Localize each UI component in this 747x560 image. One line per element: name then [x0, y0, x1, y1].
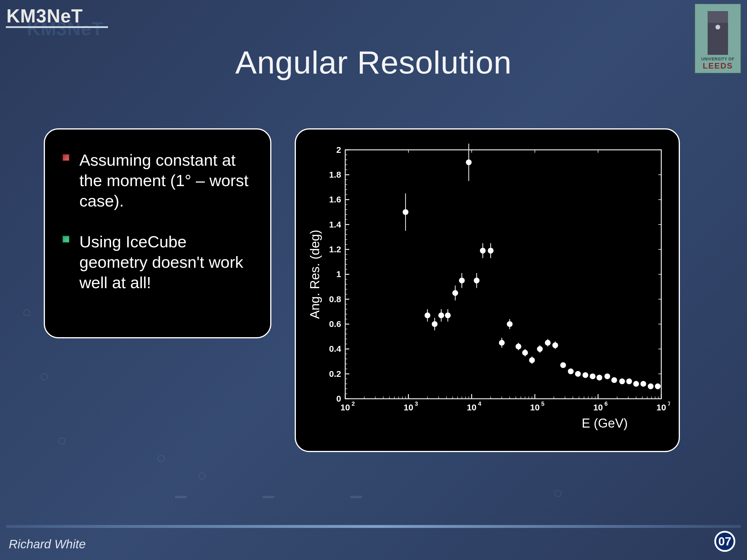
svg-text:7: 7	[668, 400, 670, 407]
svg-point-141	[403, 209, 409, 215]
svg-text:1.8: 1.8	[329, 170, 341, 179]
svg-point-183	[575, 371, 581, 377]
slide-title: Angular Resolution	[0, 44, 747, 81]
svg-point-171	[529, 357, 535, 363]
svg-point-161	[488, 248, 494, 254]
svg-point-155	[466, 160, 471, 165]
svg-text:1.2: 1.2	[329, 244, 341, 254]
svg-point-165	[507, 321, 513, 327]
svg-point-163	[499, 340, 505, 346]
svg-text:10: 10	[467, 402, 476, 412]
footer-rule	[6, 525, 741, 528]
svg-point-199	[633, 381, 639, 387]
svg-text:5: 5	[541, 400, 544, 407]
svg-point-187	[590, 373, 596, 379]
svg-text:0.4: 0.4	[329, 344, 341, 353]
svg-text:4: 4	[478, 400, 481, 407]
svg-point-143	[424, 312, 430, 318]
km3net-logo: KM3NeT KM3NeT	[6, 5, 83, 27]
svg-text:10: 10	[404, 402, 413, 412]
svg-text:10: 10	[656, 402, 666, 412]
svg-text:6: 6	[604, 400, 608, 407]
bullet-icon	[62, 154, 70, 161]
page-number: 07	[714, 531, 735, 552]
svg-point-149	[445, 312, 451, 318]
svg-text:3: 3	[415, 400, 418, 407]
svg-point-205	[655, 383, 661, 390]
svg-point-145	[432, 321, 438, 327]
svg-point-203	[648, 383, 654, 390]
logo-text: KM3NeT	[6, 5, 83, 27]
chart-panel: 00.20.40.60.811.21.41.61.821021031041051…	[295, 128, 680, 452]
svg-point-147	[438, 312, 444, 318]
svg-point-195	[619, 378, 625, 384]
bullet-icon	[62, 236, 70, 243]
svg-point-179	[560, 362, 566, 368]
svg-text:10: 10	[530, 402, 540, 412]
svg-text:0.2: 0.2	[329, 369, 341, 379]
svg-text:2: 2	[336, 145, 341, 155]
svg-point-193	[611, 377, 617, 383]
svg-point-191	[604, 373, 610, 379]
svg-text:0.8: 0.8	[329, 294, 341, 304]
bullet-item: Assuming constant at the moment (1° – wo…	[62, 150, 256, 211]
svg-point-181	[568, 368, 574, 374]
svg-text:10: 10	[340, 402, 350, 412]
leeds-tower-icon	[707, 11, 728, 55]
logo-underline	[6, 26, 108, 28]
svg-point-175	[545, 340, 550, 346]
svg-text:0: 0	[336, 394, 341, 403]
svg-text:E (GeV): E (GeV)	[582, 416, 628, 430]
svg-rect-0	[345, 150, 661, 399]
bullet-item: Using IceCube geometry doesn't work well…	[62, 232, 256, 293]
svg-point-185	[583, 372, 588, 378]
svg-point-157	[474, 278, 480, 284]
text-panel: Assuming constant at the moment (1° – wo…	[44, 128, 272, 338]
svg-point-173	[537, 346, 543, 352]
svg-point-189	[596, 375, 602, 381]
svg-text:1.6: 1.6	[329, 194, 341, 204]
svg-point-201	[641, 381, 646, 387]
svg-text:10: 10	[593, 402, 603, 412]
svg-point-167	[516, 344, 521, 349]
bullet-text: Assuming constant at the moment (1° – wo…	[79, 150, 256, 211]
svg-text:Ang. Res. (deg): Ang. Res. (deg)	[308, 230, 322, 319]
svg-point-177	[552, 342, 558, 348]
leeds-badge: UNIVERSITY OF LEEDS	[694, 3, 741, 74]
svg-point-197	[626, 378, 632, 384]
svg-text:1: 1	[336, 269, 341, 279]
svg-point-169	[522, 350, 528, 355]
svg-point-159	[480, 248, 486, 254]
svg-point-153	[459, 278, 465, 284]
bullet-list: Assuming constant at the moment (1° – wo…	[62, 150, 256, 293]
leeds-line1: UNIVERSITY OF	[701, 57, 735, 61]
svg-text:1.4: 1.4	[329, 220, 341, 229]
author-name: Richard White	[9, 537, 86, 551]
svg-text:2: 2	[352, 400, 355, 407]
svg-point-151	[452, 290, 458, 296]
leeds-line2: LEEDS	[703, 61, 733, 71]
svg-text:0.6: 0.6	[329, 319, 341, 329]
bullet-text: Using IceCube geometry doesn't work well…	[79, 232, 256, 293]
angular-resolution-chart: 00.20.40.60.811.21.41.61.821021031041051…	[305, 141, 670, 442]
